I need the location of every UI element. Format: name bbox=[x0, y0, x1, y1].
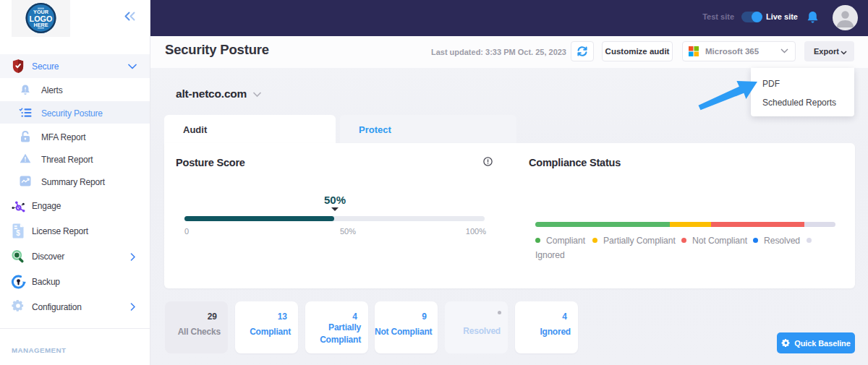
svg-text:HERE: HERE bbox=[34, 22, 48, 28]
svg-text:$: $ bbox=[16, 229, 20, 237]
